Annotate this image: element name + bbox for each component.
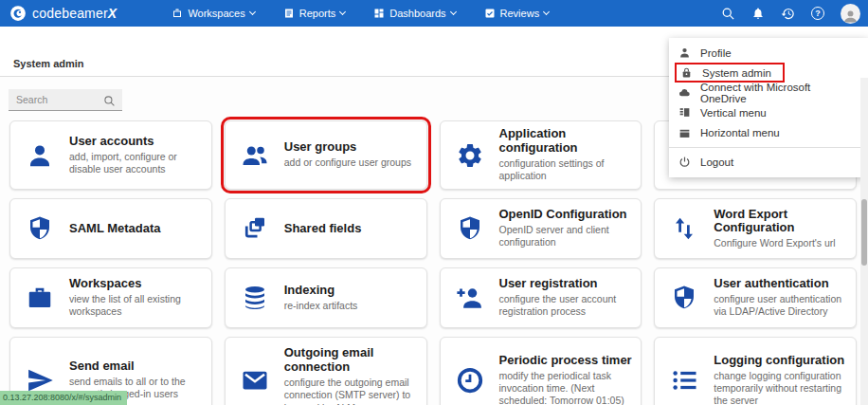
nav-reviews-label: Reviews [500,8,540,19]
card-title: Periodic process timer [499,354,634,368]
card-title: Application configuration [499,127,634,156]
card-title: User accounts [69,135,204,149]
card-application-configuration[interactable]: Application configuration configuration … [440,120,642,190]
chevron-down-icon [249,9,256,15]
card-title: Send email [69,359,204,374]
user-dropdown-menu: Profile System admin Connect with Micros… [669,38,868,177]
card-subtitle: configure the outgoing email connection … [284,377,419,405]
top-navbar: codebeamerX Workspaces Reports Dashboard… [0,0,868,27]
card-title: Workspaces [69,277,204,291]
card-shared-fields[interactable]: Shared fields [225,198,427,259]
mail-icon [226,366,284,395]
search-box [9,89,122,111]
card-subtitle: re-index artifacts [284,300,419,312]
nav-workspaces[interactable]: Workspaces [172,8,254,19]
card-subtitle: configure user authentication via LDAP/A… [714,293,848,318]
main-nav: Workspaces Reports Dashboards Reviews [172,8,549,19]
briefcase-icon [172,8,183,19]
users-icon [226,141,284,170]
card-title: SAML Metadata [69,222,204,236]
chevron-down-icon [450,9,457,15]
vertical-menu-icon [678,106,691,119]
card-title: Word Export Configuration [714,208,848,236]
search-input[interactable] [9,94,103,105]
chevron-down-icon [339,9,346,15]
review-icon [484,8,496,19]
card-subtitle: configuration settings of application [499,157,634,182]
card-indexing[interactable]: Indexing re-index artifacts [225,267,427,328]
menu-item-label: Connect with Microsoft OneDrive [700,82,859,104]
bell-icon[interactable] [751,7,765,20]
status-url-bar: 0.13.27.208:8080/x/#/sysadmin [0,391,127,405]
card-word-export-configuration[interactable]: Word Export Configuration Configure Word… [654,198,857,259]
card-title: User authentication [714,277,848,291]
menu-item-connect-onedrive[interactable]: Connect with Microsoft OneDrive [669,83,868,102]
vertical-scrollbar[interactable] [860,78,868,405]
card-workspaces[interactable]: Workspaces view the list of all existing… [9,267,212,328]
power-icon [678,156,691,168]
card-outgoing-email-connection[interactable]: Outgoing email connection configure the … [225,337,427,405]
history-icon[interactable] [781,7,795,21]
card-openid-configuration[interactable]: OpenID Configuration OpenID server and c… [440,198,642,259]
horizontal-menu-icon [678,126,691,138]
brand-logo[interactable]: codebeamerX [0,5,117,22]
search-icon[interactable] [103,94,116,106]
menu-item-profile[interactable]: Profile [669,43,868,63]
menu-item-label: System admin [702,67,771,79]
nav-workspaces-label: Workspaces [188,8,244,19]
card-user-groups[interactable]: User groups add or configure user groups [225,120,427,190]
card-subtitle: view the list of all existing workspaces [69,293,204,318]
card-subtitle: Configure Word Export's url [714,237,848,249]
user-add-icon [441,284,499,312]
system-admin-highlight-box: System admin [675,63,785,83]
menu-item-vertical-menu[interactable]: Vertical menu [669,102,868,122]
card-title: User registration [499,277,634,291]
user-icon [678,46,691,59]
scrollbar-thumb[interactable] [861,199,867,266]
user-icon [10,141,69,170]
dashboard-icon [373,8,385,19]
navbar-actions: ? [721,4,868,24]
nav-reports-label: Reports [299,8,336,19]
search-icon[interactable] [721,7,735,21]
card-title: OpenID Configuration [499,208,634,222]
card-subtitle: modify the periodical task invocation ti… [499,370,634,405]
help-icon[interactable]: ? [811,7,824,20]
card-subtitle: add, import, configure or disable user a… [69,151,204,175]
card-title: User groups [284,140,419,155]
menu-divider [669,147,868,148]
shield-icon [441,214,499,243]
database-icon [226,284,284,312]
card-title: Outgoing email connection [284,346,419,375]
card-user-registration[interactable]: User registration configure the user acc… [440,267,642,328]
page-title: System admin [13,58,84,69]
menu-item-label: Horizontal menu [700,127,780,138]
avatar[interactable] [841,4,860,24]
card-subtitle: change logging configuration temporarily… [714,370,848,405]
report-icon [283,8,295,19]
menu-item-system-admin[interactable]: System admin [669,63,868,83]
card-title: Indexing [284,284,419,298]
shield-icon [10,214,69,243]
layers-icon [226,214,284,243]
swap-vertical-icon [655,214,714,243]
briefcase-icon [10,284,69,312]
gear-icon [441,141,499,170]
card-subtitle: configure the user account registration … [499,293,634,318]
menu-item-label: Vertical menu [700,107,767,119]
card-user-authentication[interactable]: User authentication configure user authe… [654,267,857,328]
card-subtitle: OpenID server and client configuration [499,224,634,249]
menu-item-logout[interactable]: Logout [669,152,868,172]
card-saml-metadata[interactable]: SAML Metadata [9,198,212,259]
nav-reviews[interactable]: Reviews [484,8,550,19]
shield-icon [655,284,714,312]
nav-reports[interactable]: Reports [283,8,346,19]
codebeamer-logo-icon [9,5,27,22]
card-logging-configuration[interactable]: Logging configuration change logging con… [654,337,857,405]
nav-dashboards[interactable]: Dashboards [373,8,455,19]
menu-item-horizontal-menu[interactable]: Horizontal menu [669,122,868,142]
card-user-accounts[interactable]: User accounts add, import, configure or … [9,120,212,190]
clock-icon [441,366,499,395]
card-periodic-process-timer[interactable]: Periodic process timer modify the period… [440,337,642,405]
menu-item-label: Profile [700,47,732,59]
